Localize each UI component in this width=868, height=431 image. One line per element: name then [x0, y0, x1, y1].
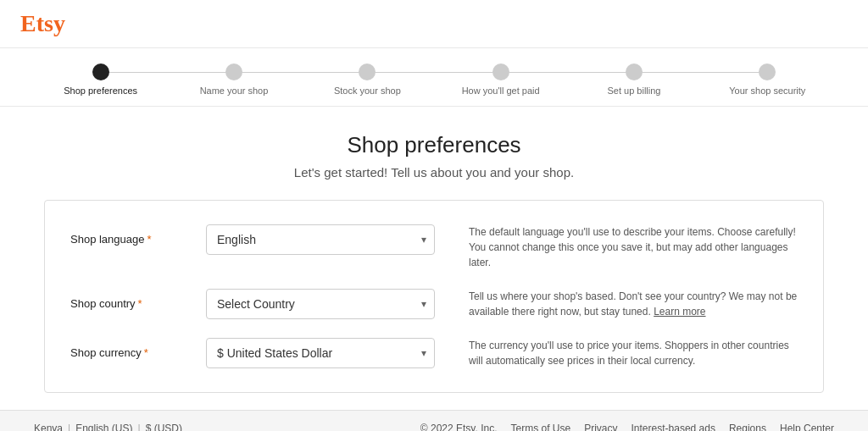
- footer-regions-link[interactable]: Regions: [729, 423, 766, 431]
- footer-privacy-link[interactable]: Privacy: [584, 423, 617, 431]
- footer-locale: Kenya: [34, 423, 63, 431]
- step-dot-3: [492, 64, 509, 80]
- step-dot-1: [225, 64, 242, 80]
- step-dot-4: [626, 64, 643, 80]
- currency-select-wrap: $ United States Dollar ▾: [206, 338, 435, 368]
- footer-right: © 2022 Etsy, Inc. Terms of Use Privacy I…: [420, 423, 834, 431]
- language-select-wrap: English ▾: [206, 224, 435, 255]
- language-row: Shop language* English ▾ The default lan…: [70, 224, 798, 270]
- step-label-3: How you'll get paid: [462, 86, 540, 96]
- currency-required: *: [144, 346, 148, 359]
- footer-left: Kenya | English (US) | $ (USD): [34, 423, 182, 431]
- progress-step-3: How you'll get paid: [434, 64, 567, 96]
- main-content: Shop preferences Let's get started! Tell…: [0, 107, 868, 410]
- currency-label: Shop currency*: [70, 338, 206, 359]
- step-label-1: Name your shop: [200, 86, 269, 96]
- progress-step-2: Stock your shop: [301, 64, 434, 96]
- country-label: Shop country*: [70, 289, 206, 310]
- country-hint: Tell us where your shop's based. Don't s…: [469, 289, 798, 319]
- progress-step-4: Set up billing: [567, 64, 700, 96]
- footer-help-link[interactable]: Help Center: [780, 423, 834, 431]
- step-label-4: Set up billing: [607, 86, 660, 96]
- country-select-wrap: Select Country ▾: [206, 289, 435, 319]
- footer: Kenya | English (US) | $ (USD) © 2022 Et…: [0, 410, 868, 431]
- step-dot-0: [92, 64, 109, 80]
- footer-sep1: |: [68, 423, 70, 431]
- progress-step-5: Your shop security: [701, 64, 834, 96]
- currency-select[interactable]: $ United States Dollar: [206, 338, 435, 368]
- page-subtitle: Let's get started! Tell us about you and…: [34, 165, 834, 180]
- header: Etsy: [0, 0, 868, 48]
- country-row: Shop country* Select Country ▾ Tell us w…: [70, 289, 798, 319]
- currency-hint: The currency you'll use to price your it…: [469, 338, 798, 368]
- footer-terms-link[interactable]: Terms of Use: [511, 423, 571, 431]
- step-dot-5: [759, 64, 776, 80]
- form-card: Shop language* English ▾ The default lan…: [44, 200, 824, 393]
- progress-step-1: Name your shop: [167, 64, 300, 96]
- step-label-2: Stock your shop: [334, 86, 401, 96]
- learn-more-link[interactable]: Learn more: [654, 306, 705, 318]
- language-label: Shop language*: [70, 224, 206, 246]
- footer-sep2: |: [138, 423, 141, 431]
- step-label-5: Your shop security: [729, 86, 805, 96]
- progress-step-0: Shop preferences: [34, 64, 167, 96]
- language-hint: The default language you'll use to descr…: [469, 224, 798, 270]
- footer-currency: $ (USD): [146, 423, 182, 431]
- etsy-logo[interactable]: Etsy: [20, 10, 65, 37]
- language-select[interactable]: English: [206, 224, 435, 255]
- country-required: *: [138, 297, 142, 310]
- step-dot-2: [359, 64, 376, 80]
- step-label-0: Shop preferences: [64, 86, 137, 96]
- country-select[interactable]: Select Country: [206, 289, 435, 319]
- page-title: Shop preferences: [34, 132, 834, 158]
- language-required: *: [147, 233, 151, 246]
- currency-row: Shop currency* $ United States Dollar ▾ …: [70, 338, 798, 368]
- footer-language: English (US): [75, 423, 132, 431]
- footer-ads-link[interactable]: Interest-based ads: [632, 423, 715, 431]
- progress-bar: Shop preferencesName your shopStock your…: [0, 48, 868, 106]
- footer-copyright: © 2022 Etsy, Inc.: [420, 423, 498, 431]
